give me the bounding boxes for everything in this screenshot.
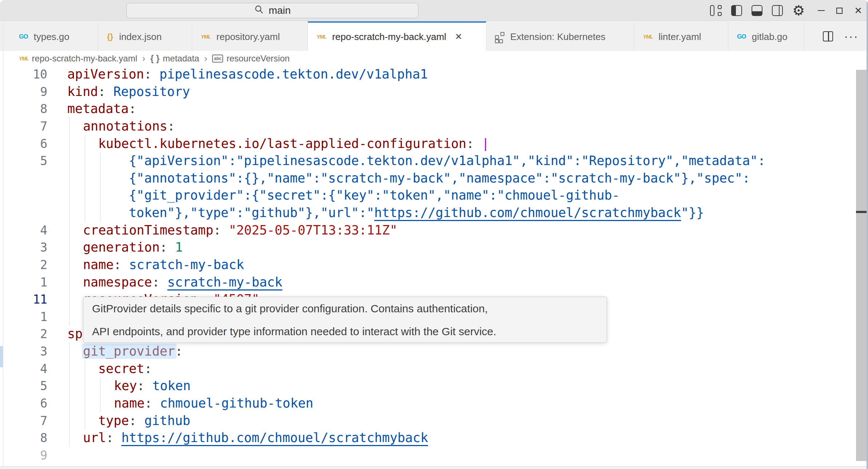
code-line[interactable]: 3git_provider: — [0, 343, 856, 360]
indent-guide — [69, 170, 70, 187]
code-line[interactable]: 9kind: Repository — [0, 83, 856, 101]
code-link[interactable]: https://github.com/chmouel/scratchmyback — [121, 430, 428, 445]
yaml-file-icon: YML — [317, 34, 326, 40]
code-token: {"annotations":{},"name":"scratch-my-bac… — [129, 171, 750, 185]
line-number: 4 — [0, 222, 47, 239]
code-token: token — [152, 378, 190, 393]
code-token: : — [144, 396, 160, 410]
settings-gear-icon[interactable]: ⚙ — [792, 4, 805, 17]
line-number — [0, 204, 47, 222]
indent-guide — [100, 152, 100, 170]
tab-gitlab-go[interactable]: GOgitlab.go — [728, 21, 804, 51]
code-token: : — [106, 430, 121, 445]
line-number — [0, 187, 47, 204]
breadcrumb-item-resourceversion[interactable]: abcresourceVersion — [212, 53, 289, 64]
line-number: 6 — [0, 395, 47, 412]
code-token: annotations — [83, 119, 167, 133]
code-line[interactable]: 5{"apiVersion":"pipelinesascode.tekton.d… — [0, 152, 856, 170]
indent-guide — [69, 239, 70, 256]
titlebar-actions: ⚙ ✕ — [710, 0, 862, 21]
indent-guide — [69, 118, 70, 135]
code-line[interactable]: 3generation: 1 — [0, 239, 856, 256]
code-token: : — [152, 275, 167, 289]
code-line[interactable]: 4creationTimestamp: "2025-05-07T13:33:11… — [0, 222, 856, 239]
tab-close-icon[interactable]: ✕ — [455, 32, 462, 42]
code-link[interactable]: https://github.com/chmouel/scratchmyback — [374, 205, 681, 220]
breadcrumb-label: resourceVersion — [226, 53, 289, 64]
code-line[interactable]: 9 — [0, 447, 856, 464]
yaml-file-icon: YML — [201, 34, 211, 40]
minimize-icon[interactable] — [814, 10, 825, 11]
code-token: "}} — [681, 205, 704, 220]
code-line[interactable]: 1namespace: scratch-my-back — [0, 274, 856, 291]
maximize-icon[interactable] — [834, 8, 843, 14]
code-token: pipelinesascode.tekton.dev/v1alpha1 — [159, 67, 428, 81]
code-area[interactable]: 10apiVersion: pipelinesascode.tekton.dev… — [0, 66, 856, 464]
code-line[interactable]: 7type: github — [0, 412, 856, 430]
breadcrumb-item-metadata[interactable]: { }metadata — [150, 53, 199, 64]
code-line[interactable]: 8metadata: — [0, 100, 856, 118]
code-token: creationTimestamp — [83, 223, 213, 237]
tab-label: repository.yaml — [217, 31, 280, 43]
code-line[interactable]: 7annotations: — [0, 118, 856, 135]
code-line[interactable]: 10apiVersion: pipelinesascode.tekton.dev… — [0, 66, 856, 83]
toggle-panel-icon[interactable] — [752, 5, 762, 16]
breadcrumb-item-repo-scratch-my-back-yaml[interactable]: YMLrepo-scratch-my-back.yaml — [19, 53, 137, 64]
line-number: 8 — [0, 100, 47, 118]
line-number: 4 — [0, 360, 47, 378]
line-number: 11 — [0, 291, 47, 308]
indent-guide — [85, 187, 85, 204]
code-token: : — [129, 413, 144, 428]
tab-index-json[interactable]: {}index.json — [98, 21, 192, 51]
indent-guide — [85, 377, 85, 395]
code-line[interactable]: 5key: token — [0, 377, 856, 395]
close-window-icon[interactable]: ✕ — [852, 6, 862, 15]
indent-guide — [69, 135, 70, 153]
command-center-label: main — [269, 5, 291, 16]
code-line[interactable]: 6name: chmouel-github-token — [0, 395, 856, 412]
code-line[interactable]: 8url: https://github.com/chmouel/scratch… — [0, 429, 856, 447]
toggle-primary-sidebar-icon[interactable] — [731, 5, 742, 16]
more-actions-icon[interactable]: ··· — [844, 34, 859, 39]
code-line[interactable]: 4secret: — [0, 360, 856, 378]
tab-extension-kubernetes[interactable]: Extension: Kubernetes — [486, 21, 634, 51]
code-line[interactable]: 2name: scratch-my-back — [0, 256, 856, 274]
toggle-secondary-sidebar-icon[interactable] — [772, 5, 783, 16]
indent-guide — [69, 204, 70, 222]
code-token: namespace — [83, 275, 152, 289]
code-token: url — [83, 430, 106, 445]
code-line[interactable]: 6kubectl.kubernetes.io/last-applied-conf… — [0, 135, 856, 153]
indent-guide — [69, 360, 70, 378]
tab-linter-yaml[interactable]: YMLlinter.yaml — [634, 21, 728, 51]
breadcrumb-separator: › — [203, 53, 209, 64]
hover-tooltip: GitProvider details specific to a git pr… — [83, 297, 607, 343]
tab-repo-scratch-my-back-yaml[interactable]: YMLrepo-scratch-my-back.yaml✕ — [308, 21, 486, 51]
line-number: 3 — [0, 239, 47, 256]
indent-guide — [85, 360, 85, 378]
code-token: token"},"type":"github"},"url":" — [129, 205, 374, 220]
split-editor-icon[interactable] — [823, 31, 833, 41]
code-link[interactable]: scratch-my-back — [167, 275, 282, 289]
code-line[interactable]: {"annotations":{},"name":"scratch-my-bac… — [0, 170, 856, 187]
breadcrumb: YMLrepo-scratch-my-back.yaml›{ }metadata… — [0, 51, 868, 66]
code-line[interactable]: {"git_provider":{"secret":{"key":"token"… — [0, 187, 856, 204]
indent-guide — [85, 204, 85, 222]
tab-types-go[interactable]: GOtypes.go — [10, 21, 98, 51]
line-number: 3 — [0, 343, 47, 360]
symbol-object-icon: { } — [150, 53, 159, 64]
vscode-window: main ⚙ ✕ GOtypes.go{}index.jsonYMLreposi… — [0, 0, 868, 469]
layout-panels-icon[interactable] — [710, 5, 722, 16]
breadcrumb-label: metadata — [163, 53, 199, 64]
code-token: : — [213, 223, 229, 237]
code-token: : — [144, 361, 152, 376]
vertical-scrollbar-thumb[interactable] — [856, 70, 867, 461]
code-token: chmouel-github-token — [160, 396, 313, 410]
command-center-search[interactable]: main — [126, 3, 419, 18]
code-line[interactable]: token"},"type":"github"},"url":"https://… — [0, 204, 856, 222]
code-token: {"apiVersion":"pipelinesascode.tekton.de… — [129, 153, 765, 168]
code-token: key — [114, 378, 137, 393]
tab-repository-yaml[interactable]: YMLrepository.yaml — [192, 21, 308, 51]
indent-guide — [85, 170, 85, 187]
tab-bar: GOtypes.go{}index.jsonYMLrepository.yaml… — [0, 21, 868, 51]
indent-guide — [69, 291, 70, 308]
